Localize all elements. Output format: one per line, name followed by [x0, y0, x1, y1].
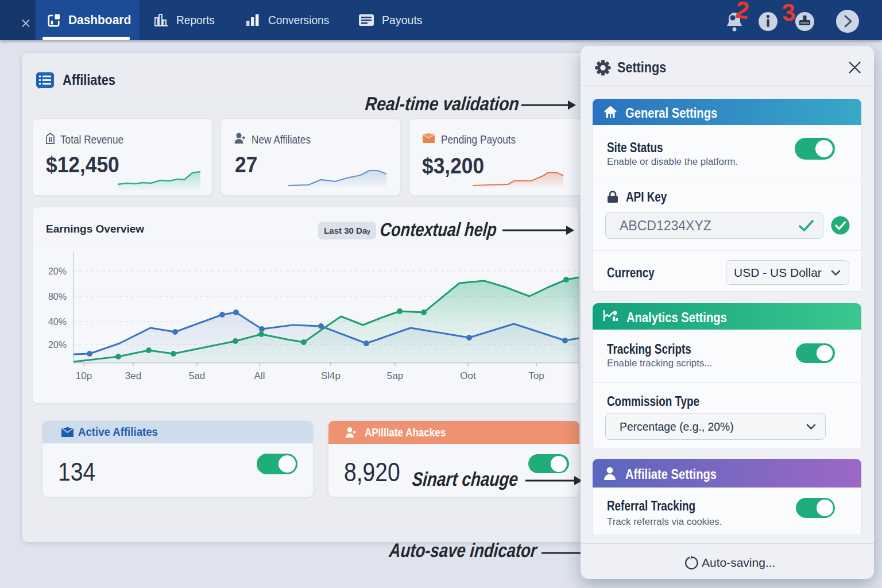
svg-text:Top: Top: [528, 370, 544, 381]
svg-text:5ad: 5ad: [189, 370, 205, 381]
svg-text:5ap: 5ap: [387, 370, 403, 381]
svg-text:All: All: [254, 370, 265, 381]
svg-text:10p: 10p: [76, 370, 92, 381]
svg-text:20%: 20%: [48, 340, 67, 350]
svg-text:80%: 80%: [48, 292, 67, 301]
svg-text:40%: 40%: [48, 317, 67, 327]
svg-text:Oot: Oot: [460, 370, 476, 381]
svg-text:20%: 20%: [48, 266, 67, 276]
svg-text:3ed: 3ed: [125, 370, 141, 381]
svg-text:Sl4p: Sl4p: [321, 370, 341, 381]
